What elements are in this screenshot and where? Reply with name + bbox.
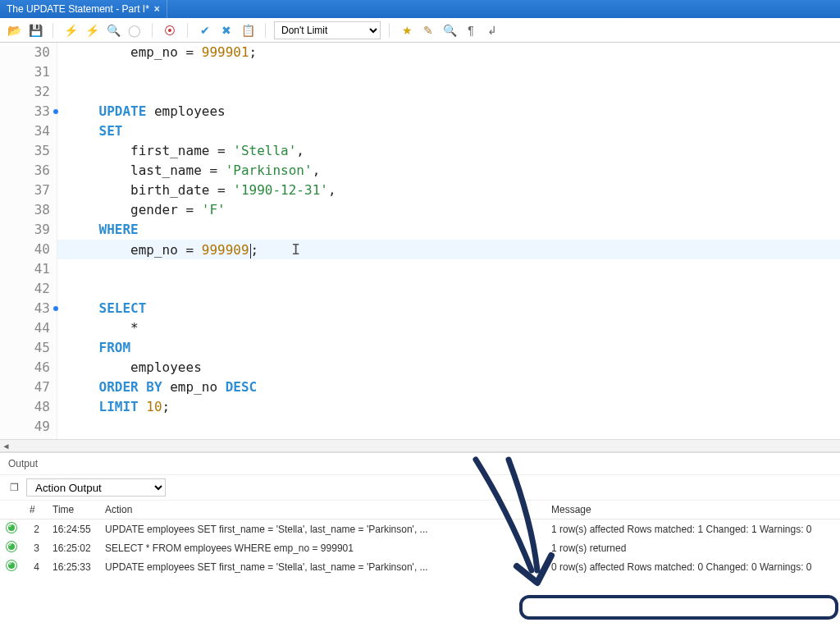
code-line[interactable]: 30 emp_no = 999901; — [0, 43, 840, 62]
check-icon[interactable]: ✔ — [196, 21, 214, 39]
settings-icon[interactable]: 📋 — [239, 21, 257, 39]
code-line[interactable]: 49 — [0, 417, 840, 437]
output-row[interactable]: 416:25:33UPDATE employees SET first_name… — [0, 557, 840, 576]
output-table: # Time Action Message 216:24:55UPDATE em… — [0, 501, 840, 576]
cancel-icon[interactable]: ✖ — [217, 21, 235, 39]
commit-icon[interactable]: ⦿ — [161, 21, 179, 39]
code-line[interactable]: 44 * — [0, 318, 840, 338]
svg-rect-0 — [521, 597, 837, 618]
code-line[interactable]: 35 first_name = 'Stella', — [0, 141, 840, 161]
code-line[interactable]: 48 LIMIT 10; — [0, 397, 840, 417]
close-icon[interactable]: × — [154, 3, 160, 15]
execute-icon[interactable]: ⚡ — [62, 21, 80, 39]
wrap-icon[interactable]: ↲ — [483, 21, 501, 39]
code-line[interactable]: 38 gender = 'F' — [0, 200, 840, 220]
success-icon — [7, 523, 16, 533]
code-text[interactable] — [57, 82, 840, 102]
gutter: 37 — [0, 181, 57, 200]
row-number: 4 — [23, 557, 46, 576]
code-text[interactable]: SET — [57, 121, 840, 141]
gutter: 41 — [0, 259, 57, 279]
code-line[interactable]: 31 — [0, 62, 840, 82]
row-message: 1 row(s) affected Rows matched: 1 Change… — [545, 519, 840, 539]
code-line[interactable]: 45 FROM — [0, 338, 840, 358]
code-text[interactable] — [57, 279, 840, 299]
explain-icon[interactable]: 🔍 — [104, 21, 122, 39]
code-text[interactable] — [57, 62, 840, 82]
row-action: SELECT * FROM employees WHERE emp_no = 9… — [98, 538, 545, 557]
code-line[interactable]: 43 SELECT — [0, 299, 840, 318]
code-text[interactable]: ORDER BY emp_no DESC — [57, 378, 840, 397]
code-line[interactable]: 42 — [0, 279, 840, 299]
gutter: 38 — [0, 200, 57, 220]
output-row[interactable]: 316:25:02SELECT * FROM employees WHERE e… — [0, 538, 840, 557]
gutter: 48 — [0, 397, 57, 417]
code-text[interactable]: WHERE — [57, 220, 840, 240]
find-icon[interactable]: 🔍 — [441, 21, 459, 39]
stop-icon[interactable]: ◯ — [126, 21, 144, 39]
success-icon — [7, 561, 16, 570]
col-message: Message — [545, 501, 840, 519]
tab-bar: The UPDATE Statement - Part I* × — [0, 0, 840, 18]
horizontal-scrollbar[interactable]: ◄ — [0, 439, 840, 451]
copy-icon[interactable]: ❐ — [7, 480, 21, 495]
code-text[interactable]: emp_no = 999901; — [57, 43, 840, 62]
gutter: 45 — [0, 338, 57, 358]
code-text[interactable]: * — [57, 318, 840, 338]
execute-current-icon[interactable]: ⚡ — [83, 21, 101, 39]
code-text[interactable]: SELECT — [57, 299, 840, 318]
code-text[interactable]: UPDATE employees — [57, 102, 840, 121]
save-icon[interactable]: 💾 — [26, 21, 44, 39]
col-action: Action — [98, 501, 545, 519]
gutter: 39 — [0, 220, 57, 240]
success-icon — [7, 542, 16, 551]
editor[interactable]: 30 emp_no = 999901;313233 UPDATE employe… — [0, 43, 840, 452]
row-number: 3 — [23, 538, 46, 557]
row-message: 1 row(s) returned — [545, 538, 840, 557]
gutter: 43 — [0, 299, 57, 318]
code-text[interactable]: LIMIT 10; — [57, 397, 840, 417]
gutter: 50 — [0, 437, 57, 439]
code-text[interactable] — [57, 259, 840, 279]
code-line[interactable]: 46 employees — [0, 358, 840, 378]
code-text[interactable]: birth_date = '1990-12-31', — [57, 181, 840, 200]
gutter: 36 — [0, 161, 57, 181]
output-toolbar: ❐ Action Output — [0, 474, 840, 501]
code-text[interactable]: gender = 'F' — [57, 200, 840, 220]
i-beam-icon: I — [291, 240, 300, 259]
code-text[interactable]: first_name = 'Stella', — [57, 141, 840, 161]
statement-marker-icon — [53, 306, 58, 311]
code-line[interactable]: 39 WHERE — [0, 220, 840, 240]
code-line[interactable]: 32 — [0, 82, 840, 102]
beautify-icon[interactable]: ✎ — [419, 21, 437, 39]
code-line[interactable]: 40 emp_no = 999909;I — [0, 240, 840, 259]
row-message: 0 row(s) affected Rows matched: 0 Change… — [545, 557, 840, 576]
code-line[interactable]: 36 last_name = 'Parkinson', — [0, 161, 840, 181]
code-text[interactable]: last_name = 'Parkinson', — [57, 161, 840, 181]
scroll-left-icon[interactable]: ◄ — [0, 440, 12, 452]
gutter: 34 — [0, 121, 57, 141]
row-action: UPDATE employees SET first_name = 'Stell… — [98, 519, 545, 539]
code-text[interactable]: emp_no = 999909;I — [57, 240, 840, 259]
favorite-icon[interactable]: ★ — [398, 21, 416, 39]
code-line[interactable]: 47 ORDER BY emp_no DESC — [0, 378, 840, 397]
limit-select[interactable]: Don't Limit — [274, 21, 381, 39]
gutter: 47 — [0, 378, 57, 397]
code-text[interactable] — [57, 417, 840, 437]
gutter: 46 — [0, 358, 57, 378]
col-time: Time — [46, 501, 98, 519]
code-text[interactable]: FROM — [57, 338, 840, 358]
gutter: 30 — [0, 43, 57, 62]
gutter: 49 — [0, 417, 57, 437]
code-line[interactable]: 34 SET — [0, 121, 840, 141]
code-line[interactable]: 33 UPDATE employees — [0, 102, 840, 121]
tab-query[interactable]: The UPDATE Statement - Part I* × — [0, 0, 167, 18]
code-line[interactable]: 37 birth_date = '1990-12-31', — [0, 181, 840, 200]
output-mode-select[interactable]: Action Output — [26, 478, 166, 497]
code-line[interactable]: 41 — [0, 259, 840, 279]
code-text[interactable]: employees — [57, 358, 840, 378]
toggle-panel-icon[interactable]: ¶ — [462, 21, 480, 39]
open-icon[interactable]: 📂 — [5, 21, 23, 39]
toolbar: 📂 💾 ⚡ ⚡ 🔍 ◯ ⦿ ✔ ✖ 📋 Don't Limit ★ ✎ 🔍 ¶ … — [0, 18, 840, 43]
output-row[interactable]: 216:24:55UPDATE employees SET first_name… — [0, 519, 840, 539]
